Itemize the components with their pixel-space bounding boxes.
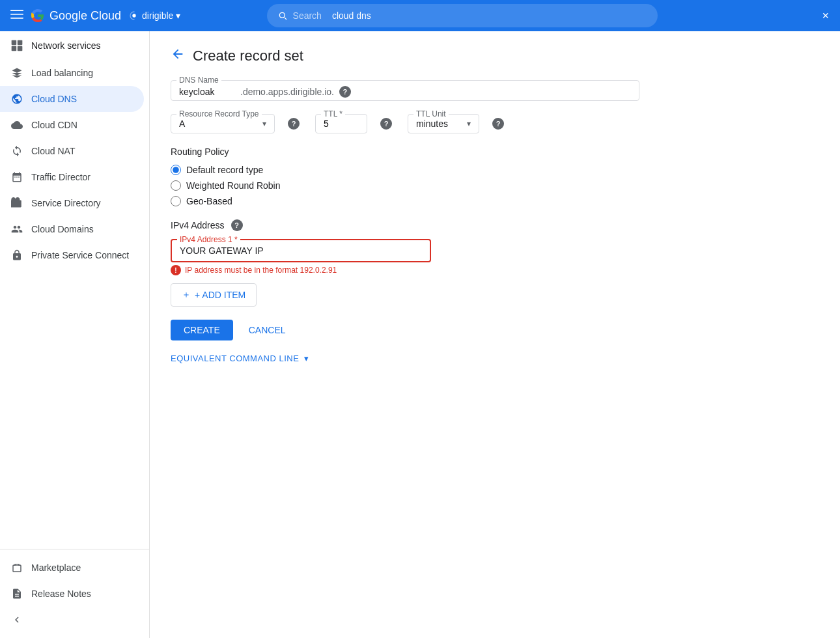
routing-default-radio[interactable]	[171, 165, 181, 175]
ttl-unit-wrapper: TTL Unit minutes ▾	[408, 114, 479, 133]
cloud-domains-icon	[10, 223, 23, 236]
sidebar-item-marketplace[interactable]: Marketplace	[0, 555, 144, 581]
ttl-unit-field[interactable]: TTL Unit minutes ▾	[408, 114, 479, 133]
dns-name-container: DNS Name .demo.apps.dirigible.io. ?	[171, 80, 639, 101]
ttl-field[interactable]: TTL *	[315, 114, 367, 133]
ipv4-title: IPv4 Address ?	[171, 219, 639, 231]
routing-policy-title: Routing Policy	[171, 146, 639, 157]
ipv4-input-container: IPv4 Address 1 *	[171, 239, 431, 262]
rrt-value: A	[179, 118, 262, 129]
sidebar-item-cloud-domains[interactable]: Cloud Domains	[0, 216, 144, 242]
sidebar-item-release-notes[interactable]: Release Notes	[0, 581, 144, 607]
sidebar-item-private-service-connect[interactable]: Private Service Connect	[0, 242, 144, 268]
search-close-icon[interactable]: ✕	[822, 10, 830, 21]
ipv4-input[interactable]	[180, 245, 422, 256]
ttl-unit-arrow-icon: ▾	[467, 119, 471, 128]
svg-rect-7	[18, 46, 23, 51]
routing-policy-group: Routing Policy Default record type Weigh…	[171, 146, 639, 206]
back-button[interactable]	[171, 47, 185, 64]
search-bar[interactable]: Search	[267, 4, 658, 27]
sidebar-item-label: Marketplace	[31, 562, 81, 573]
dns-name-row: .demo.apps.dirigible.io. ?	[179, 86, 631, 98]
create-button[interactable]: CREATE	[171, 320, 233, 340]
topbar: Google Cloud dirigible ▾ Search ✕	[0, 0, 840, 31]
required-star: *	[234, 235, 238, 244]
ttl-unit-value: minutes	[416, 118, 467, 129]
svg-rect-0	[10, 10, 23, 11]
sidebar-item-label: Cloud NAT	[31, 146, 75, 156]
dns-suffix: .demo.apps.dirigible.io.	[240, 87, 334, 97]
sidebar-item-cloud-dns[interactable]: Cloud DNS	[0, 86, 144, 112]
ttl-unit-help-icon[interactable]: ?	[492, 118, 504, 130]
sidebar-item-label: Cloud DNS	[31, 94, 77, 104]
ipv4-error-message: ! IP address must be in the format 192.0…	[171, 265, 639, 275]
dns-name-label: DNS Name	[176, 76, 221, 85]
sidebar-item-label: Service Directory	[31, 198, 101, 208]
private-service-connect-icon	[10, 249, 23, 262]
cloud-cdn-icon	[10, 118, 23, 132]
ttl-label: TTL *	[321, 109, 345, 118]
sidebar-spacer	[0, 268, 149, 549]
sidebar-item-label: Release Notes	[31, 589, 91, 599]
service-directory-icon	[10, 197, 23, 210]
sidebar-collapse-btn[interactable]	[0, 607, 144, 633]
google-cloud-logo: Google Cloud	[31, 9, 121, 23]
routing-wrr-label: Weighted Round Robin	[186, 180, 281, 191]
ipv4-section: IPv4 Address ? IPv4 Address 1 * ! IP add…	[171, 219, 639, 363]
add-item-button[interactable]: ＋ + ADD ITEM	[171, 283, 257, 307]
sidebar-bottom: Marketplace Release Notes	[0, 549, 149, 638]
rrt-help-icon[interactable]: ?	[288, 118, 300, 130]
ttl-unit-label: TTL Unit	[413, 109, 449, 118]
page-header: Create record set	[171, 47, 819, 64]
sidebar-item-cloud-cdn[interactable]: Cloud CDN	[0, 112, 144, 138]
sidebar-item-label: Traffic Director	[31, 172, 91, 182]
routing-wrr-radio[interactable]	[171, 180, 181, 191]
load-balancing-icon	[10, 66, 23, 79]
ipv4-title-text: IPv4 Address	[171, 220, 225, 230]
ipv4-help-icon[interactable]: ?	[231, 219, 243, 231]
sidebar-section-label: Network services	[31, 40, 101, 51]
cloud-dns-icon	[10, 92, 23, 105]
cloud-nat-icon	[10, 145, 23, 158]
add-item-icon: ＋	[182, 289, 191, 301]
page-title: Create record set	[193, 48, 303, 64]
search-label: Search	[293, 10, 322, 21]
routing-policy-options: Default record type Weighted Round Robin…	[171, 165, 639, 206]
svg-rect-1	[10, 14, 23, 15]
svg-rect-5	[18, 40, 23, 45]
resource-record-type-wrapper: Resource Record Type A ▾	[171, 114, 275, 133]
dns-name-input[interactable]	[179, 87, 238, 97]
project-dropdown-icon: ▾	[176, 10, 180, 21]
dns-name-help-icon[interactable]: ?	[339, 86, 351, 98]
sidebar-item-label: Cloud CDN	[31, 120, 77, 130]
logo-text: Google Cloud	[49, 9, 121, 23]
routing-geo-radio[interactable]	[171, 196, 181, 206]
release-notes-icon	[10, 587, 23, 600]
project-name: dirigible	[142, 10, 173, 21]
svg-rect-2	[10, 18, 23, 19]
traffic-director-icon	[10, 171, 23, 184]
sidebar-item-traffic-director[interactable]: Traffic Director	[0, 164, 144, 190]
cancel-button[interactable]: CANCEL	[238, 320, 296, 340]
search-input[interactable]	[332, 10, 647, 21]
sidebar: Network services Load balancing Cloud DN…	[0, 31, 150, 638]
sidebar-item-load-balancing[interactable]: Load balancing	[0, 60, 144, 86]
equivalent-command-line[interactable]: EQUIVALENT COMMAND LINE ▾	[171, 354, 639, 363]
routing-policy-geo[interactable]: Geo-Based	[171, 196, 639, 206]
ttl-input[interactable]	[324, 118, 350, 129]
routing-policy-default[interactable]: Default record type	[171, 165, 639, 175]
sidebar-item-service-directory[interactable]: Service Directory	[0, 190, 144, 216]
create-record-form: DNS Name .demo.apps.dirigible.io. ? Reso…	[171, 80, 639, 363]
routing-default-label: Default record type	[186, 165, 263, 175]
action-buttons: CREATE CANCEL	[171, 320, 639, 340]
main-content: Create record set DNS Name .demo.apps.di…	[150, 31, 840, 638]
ipv4-address-field: IPv4 Address 1 * ! IP address must be in…	[171, 239, 639, 275]
resource-record-type-select[interactable]: Resource Record Type A ▾	[171, 114, 275, 133]
routing-policy-wrr[interactable]: Weighted Round Robin	[171, 180, 639, 191]
rrt-label: Resource Record Type	[176, 109, 262, 118]
ttl-help-icon[interactable]: ?	[380, 118, 392, 130]
svg-rect-6	[12, 46, 17, 51]
menu-icon[interactable]	[10, 8, 23, 24]
project-selector[interactable]: dirigible ▾	[129, 10, 180, 21]
sidebar-item-cloud-nat[interactable]: Cloud NAT	[0, 138, 144, 164]
